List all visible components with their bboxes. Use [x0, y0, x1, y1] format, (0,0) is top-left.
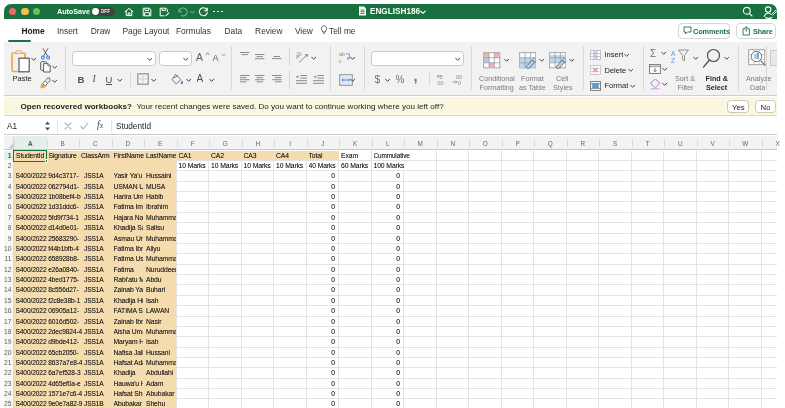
svg-text:0: 0 [458, 80, 461, 86]
svg-text:ab: ab [296, 51, 303, 60]
svg-text:ab: ab [339, 51, 345, 57]
svg-text:.00: .00 [436, 80, 444, 86]
svg-text:Z: Z [671, 57, 675, 64]
svg-text:c: c [339, 57, 342, 63]
svg-text:A: A [671, 50, 676, 57]
